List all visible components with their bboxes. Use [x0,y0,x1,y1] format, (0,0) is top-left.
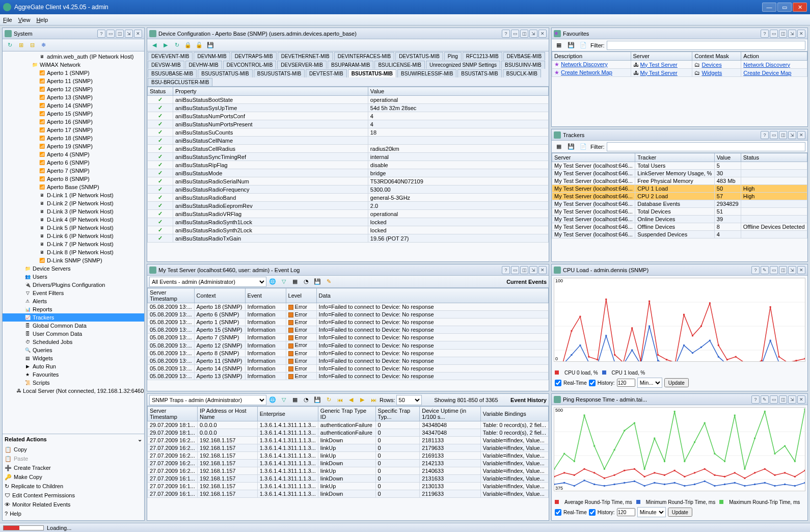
tree-item[interactable]: ▶Auto Run [3,362,144,370]
table-row[interactable]: ✓aniBsuStatusRipFlagdisable [148,161,549,169]
tab-bsuparam-mib[interactable]: BSUPARAM-MIB [328,61,374,69]
action-add[interactable]: ➕Create Tracker [5,463,142,472]
tree-item[interactable]: 🗄Global Common Data [3,322,144,330]
tree-item[interactable]: 📊Reports [3,305,144,313]
tree-item[interactable]: 📶Aperto 17 (SNMP) [3,126,144,134]
pin-icon[interactable]: ⇲ [788,30,796,38]
table-row[interactable]: ★ Create Network Map🖧 My Test Server🗂 Wi… [552,69,807,77]
action-monitor[interactable]: 👁Monitor Related Events [5,500,142,509]
history-value-input[interactable] [617,508,635,516]
table-row[interactable]: ✓aniBsuStatusBootStateoperational [148,96,549,104]
table-row[interactable]: My Test Server (localhost:646...Online D… [552,216,807,223]
tree-item[interactable]: 🔍Queries [3,346,144,354]
restore-icon[interactable]: ▭ [511,30,519,38]
table-row[interactable]: 05.08.2009 13:...Aperto 13 (SNMP)Informa… [148,372,549,380]
tree-item[interactable]: 📶Aperto 16 (SNMP) [3,118,144,126]
refresh-icon[interactable]: ↻ [5,40,15,50]
tree-item[interactable]: 🖥admin.web_auth (IP Network Host) [3,52,144,61]
unit-select[interactable]: Min... [637,378,662,388]
table-row[interactable]: ✓aniBsuStatusNumPortsPresent4 [148,120,549,128]
menu-view[interactable]: View [18,17,31,23]
col-server[interactable]: Server [631,52,692,61]
grid-icon[interactable]: ▦ [554,40,564,50]
action-perm[interactable]: 🛡Edit Context Permissions [5,491,142,500]
tree-item[interactable]: 🔌Drivers/Plugins Configuration [3,281,144,289]
table-row[interactable]: My Test Server (localhost:646...Free Phy… [552,177,807,185]
col-description[interactable]: Description [552,52,631,61]
table-row[interactable]: 05.08.2009 13:...Aperto 18 (SNMP)Informa… [148,303,549,311]
close-icon[interactable]: ✕ [134,30,142,38]
table-row[interactable]: 05.08.2009 13:...Aperto 6 (SNMP)Informat… [148,311,549,318]
fav-action-link[interactable]: Network Discovery [743,62,790,68]
fav-mask-link[interactable]: Widgets [702,70,722,76]
col-server[interactable]: Server [552,153,635,162]
unit-select[interactable]: Minute [637,507,666,517]
table-row[interactable]: ✓aniBsuStatusRadioSerialNumT53RD0640N072… [148,177,549,185]
save-icon[interactable]: 💾 [312,277,322,287]
table-row[interactable]: ✓aniBsuStatusCellRadiusradius20km [148,145,549,153]
tree-item[interactable]: ⏱Scheduled Jobs [3,338,144,346]
restore-icon[interactable]: ▭ [770,266,778,274]
fav-mask-link[interactable]: Devices [702,62,722,68]
table-row[interactable]: 29.07.2009 18:1...0.0.0.01.3.6.1.4.1.311… [148,429,549,437]
refresh-icon[interactable]: ↻ [172,40,182,50]
table-row[interactable]: My Test Server (localhost:646...CPU 1 Lo… [552,185,807,193]
tab-bsusustats-mib[interactable]: BSUSUSTATS-MIB [254,69,305,77]
funnel-icon[interactable]: ▽ [279,277,289,287]
restore-icon[interactable]: ▭ [770,131,778,139]
table-row[interactable]: ✓aniBsuStatusSyncTimingRefinternal [148,153,549,161]
table-row[interactable]: 27.07.2009 16:2...192.168.1.1571.3.6.1.4… [148,467,549,475]
table-row[interactable]: ✓aniBsuStatusNumPortsConf4 [148,112,549,120]
pin-icon[interactable]: ⇲ [529,30,537,38]
table-row[interactable]: 05.08.2009 13:...Aperto 7 (SNMP)Informat… [148,334,549,341]
close-icon[interactable]: ✕ [538,30,547,38]
unlock-icon[interactable]: 🔓 [194,40,204,50]
col-event[interactable]: Event [245,288,286,303]
table-row[interactable]: 27.07.2009 16:1...192.168.1.1571.3.6.1.4… [148,475,549,483]
tree-item[interactable]: 🗄User Common Data [3,330,144,338]
filter-select[interactable]: SNMP Traps - admin (Administrator) [149,395,266,405]
table-row[interactable]: 27.07.2009 16:2...192.168.1.1571.3.6.1.4… [148,452,549,460]
col-header[interactable]: Generic Trap Type ID [318,407,375,421]
table-row[interactable]: My Test Server (localhost:646...Total Us… [552,162,807,170]
col-header[interactable]: Device Uptime (in 1/100 s... [420,407,481,421]
system-tree[interactable]: 🖥admin.web_auth (IP Network Host)📁WiMAX … [3,51,144,434]
tree-item[interactable]: ▽Event Filters [3,289,144,297]
pin-icon[interactable]: ⇲ [788,266,796,274]
menu-file[interactable]: File [3,17,12,23]
tree-item[interactable]: 📶Aperto 1 (SNMP) [3,69,144,77]
detach-icon[interactable]: ◫ [520,30,528,38]
tab-devcontrol-mib[interactable]: DEVCONTROL-MIB [223,61,277,69]
clear-icon[interactable]: ✎ [323,277,334,287]
tree-item[interactable]: 📶Aperto 12 (SNMP) [3,85,144,93]
update-button[interactable]: Update [664,378,689,387]
history-checkbox[interactable] [589,509,596,516]
table-row[interactable]: ✓aniBsuStatusCellName [148,137,549,145]
tab-bsustatus-mib[interactable]: BSUSTATUS-MIB [348,69,396,77]
detach-icon[interactable]: ◫ [779,30,787,38]
detach-icon[interactable]: ◫ [116,30,124,38]
tree-item[interactable]: 📶Aperto 6 (SNMP) [3,158,144,167]
tree-item[interactable]: 📁WiMAX Network [3,61,144,69]
table-row[interactable]: 27.07.2009 16:2...192.168.1.1571.3.6.1.4… [148,460,549,467]
tree-item[interactable]: 📁Device Servers [3,264,144,273]
funnel-icon[interactable]: ▽ [279,395,289,405]
help-icon[interactable]: ? [751,266,760,274]
col-header[interactable]: Server Timestamp [148,407,198,421]
tab-bsu-brgcluster-mib[interactable]: BSU-BRGCLUSTER-MIB [148,78,212,86]
table-row[interactable]: 27.07.2009 16:1...192.168.1.1571.3.6.1.4… [148,490,549,498]
tree-item[interactable]: 🖥D-Link 3 (IP Network Host) [3,207,144,216]
tree-item[interactable]: ★Favourites [3,370,144,379]
tree-item[interactable]: 📶Aperto 19 (SNMP) [3,142,144,150]
tab-bsulicense-mib[interactable]: BSULICENSE-MIB [374,61,424,69]
pin-icon[interactable]: ⇲ [788,131,796,139]
restore-icon[interactable]: ▭ [770,30,778,38]
table-row[interactable]: ✓aniBsuStatusModebridge [148,169,549,177]
tree-item[interactable]: 📶Aperto 8 (SNMP) [3,175,144,183]
tab-unrecognized snmp settings[interactable]: Unrecognized SNMP Settings [426,61,500,69]
report-icon[interactable]: 📄 [578,40,588,50]
col-header[interactable]: IP Address or Host Name [198,407,258,421]
update-button[interactable]: Update [668,508,692,517]
detach-icon[interactable]: ◫ [520,266,528,274]
menu-help[interactable]: Help [36,17,48,23]
